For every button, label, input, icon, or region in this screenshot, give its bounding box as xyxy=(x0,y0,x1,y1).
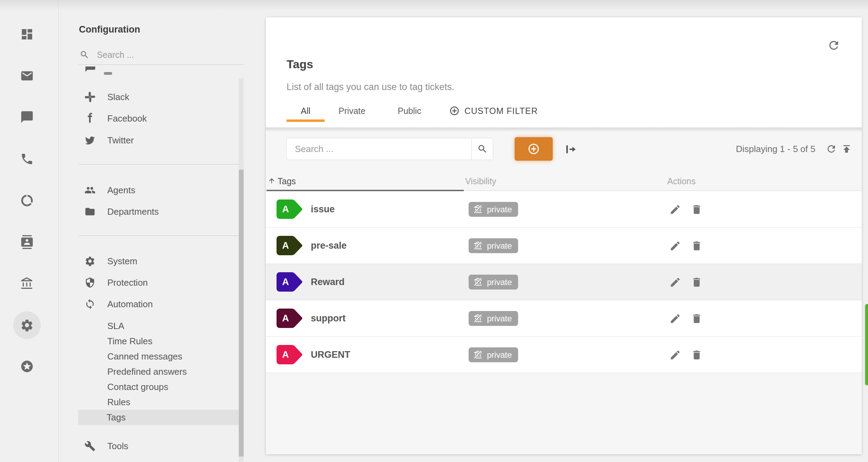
sub-item-contact-groups[interactable]: Contact groups xyxy=(79,379,239,394)
contacts-icon xyxy=(20,235,34,249)
nav-item-departments[interactable]: Departments xyxy=(79,203,239,220)
facebook-icon xyxy=(84,113,96,124)
configuration-search-input[interactable] xyxy=(97,50,221,60)
tab-label: Public xyxy=(398,106,421,116)
edit-icon xyxy=(669,276,681,288)
card-refresh-button[interactable] xyxy=(827,39,841,53)
edit-button[interactable] xyxy=(669,276,681,288)
column-header-tags[interactable]: Tags xyxy=(278,176,296,186)
nav-item-tools[interactable]: Tools xyxy=(79,437,239,455)
nav-item-protection[interactable]: Protection xyxy=(79,274,239,291)
visibility-label: private xyxy=(487,314,512,323)
add-tag-button[interactable] xyxy=(515,137,553,161)
edit-icon xyxy=(669,313,681,325)
edit-icon xyxy=(669,349,681,361)
nav-label: Agents xyxy=(107,185,135,196)
nav-item-automation[interactable]: Automation xyxy=(79,295,239,313)
sub-item-label: Contact groups xyxy=(107,382,168,392)
paging-text: Displaying 1 - 5 of 5 xyxy=(736,144,815,154)
delete-button[interactable] xyxy=(691,240,703,252)
visibility-label: private xyxy=(487,241,512,251)
rail-settings-button[interactable] xyxy=(13,311,41,339)
bank-icon xyxy=(20,277,34,291)
config-scrollbar-thumb[interactable] xyxy=(239,170,244,456)
settings-gear-icon xyxy=(20,318,34,332)
delete-button[interactable] xyxy=(691,276,703,288)
tag-name: URGENT xyxy=(311,337,350,373)
rail-divider xyxy=(58,0,58,462)
rail-phone-button[interactable] xyxy=(13,145,41,173)
refresh-icon xyxy=(827,39,840,52)
export-button[interactable] xyxy=(562,141,579,158)
nav-item-twitter[interactable]: Twitter xyxy=(79,132,239,149)
table-search-button[interactable] xyxy=(471,138,493,160)
edit-button[interactable] xyxy=(669,204,681,215)
sub-item-tags-selected[interactable]: Tags xyxy=(78,410,239,425)
icon-rail xyxy=(0,0,58,462)
tab-public[interactable]: Public xyxy=(379,100,440,122)
sub-item-label: Canned messages xyxy=(107,351,182,362)
delete-button[interactable] xyxy=(691,313,703,325)
nav-label: Departments xyxy=(107,206,159,217)
delete-icon xyxy=(691,204,703,215)
tag-name: pre-sale xyxy=(311,228,347,264)
config-divider-3 xyxy=(79,236,244,236)
table-row[interactable]: A pre-sale private xyxy=(266,228,862,264)
column-header-actions[interactable]: Actions xyxy=(667,176,696,186)
delete-button[interactable] xyxy=(691,349,703,361)
rail-chat-button[interactable] xyxy=(13,103,41,131)
tab-all[interactable]: All xyxy=(287,100,325,122)
agents-icon xyxy=(84,185,96,196)
rail-starred-button[interactable] xyxy=(13,353,41,380)
edit-button[interactable] xyxy=(669,240,681,252)
edit-button[interactable] xyxy=(669,313,681,325)
sub-item-sla[interactable]: SLA xyxy=(79,318,239,334)
table-row[interactable]: A URGENT private xyxy=(266,337,862,373)
tab-label: CUSTOM FILTER xyxy=(464,106,538,116)
private-slash-icon xyxy=(473,205,483,214)
nav-item-slack[interactable]: Slack xyxy=(79,88,239,106)
rail-billing-button[interactable] xyxy=(13,270,41,297)
nav-item-facebook[interactable]: Facebook xyxy=(79,110,239,127)
list-refresh-button[interactable] xyxy=(824,141,839,157)
rail-reports-button[interactable] xyxy=(13,187,41,214)
visibility-label: private xyxy=(487,205,512,214)
table-row[interactable]: A Reward private xyxy=(266,264,862,300)
column-header-visibility[interactable]: Visibility xyxy=(465,176,496,186)
gear-icon xyxy=(84,256,96,267)
sub-item-time-rules[interactable]: Time Rules xyxy=(79,334,239,349)
search-icon xyxy=(80,50,89,60)
delete-icon xyxy=(691,349,703,361)
edit-button[interactable] xyxy=(669,349,681,361)
tab-custom-filter[interactable]: CUSTOM FILTER xyxy=(440,100,548,122)
data-usage-icon xyxy=(20,194,34,207)
table-row[interactable]: A support private xyxy=(266,300,862,337)
table-row[interactable]: A issue private xyxy=(266,191,862,228)
slack-icon xyxy=(84,91,96,103)
refresh-icon xyxy=(826,143,837,154)
rail-contacts-button[interactable] xyxy=(13,228,41,256)
tab-label: Private xyxy=(338,106,365,116)
nav-item-partial[interactable] xyxy=(79,66,231,75)
sub-item-label: Predefined answers xyxy=(107,366,187,377)
nav-item-system[interactable]: System xyxy=(79,252,239,270)
nav-item-agents[interactable]: Agents xyxy=(79,181,239,199)
visibility-badge: private xyxy=(469,202,518,217)
star-circle-icon xyxy=(20,359,34,373)
nav-label: Protection xyxy=(107,277,148,288)
config-divider-1 xyxy=(79,64,244,65)
tabs-bar: All Private Public CUSTOM FILTER xyxy=(287,100,548,122)
sub-item-canned-messages[interactable]: Canned messages xyxy=(79,349,239,364)
scroll-top-button[interactable] xyxy=(839,141,854,157)
chat-widget-edge[interactable] xyxy=(865,304,868,385)
sub-item-predefined-answers[interactable]: Predefined answers xyxy=(79,364,239,379)
tab-private[interactable]: Private xyxy=(325,100,379,122)
tag-rows: A issue private A pre-sale xyxy=(266,191,862,373)
sub-item-rules[interactable]: Rules xyxy=(79,394,239,410)
rail-dashboard-button[interactable] xyxy=(13,20,41,48)
table-search-input[interactable] xyxy=(287,138,471,160)
delete-button[interactable] xyxy=(691,204,703,215)
loop-icon xyxy=(84,299,96,310)
rail-mail-button[interactable] xyxy=(13,62,41,90)
chat-icon xyxy=(20,110,34,124)
